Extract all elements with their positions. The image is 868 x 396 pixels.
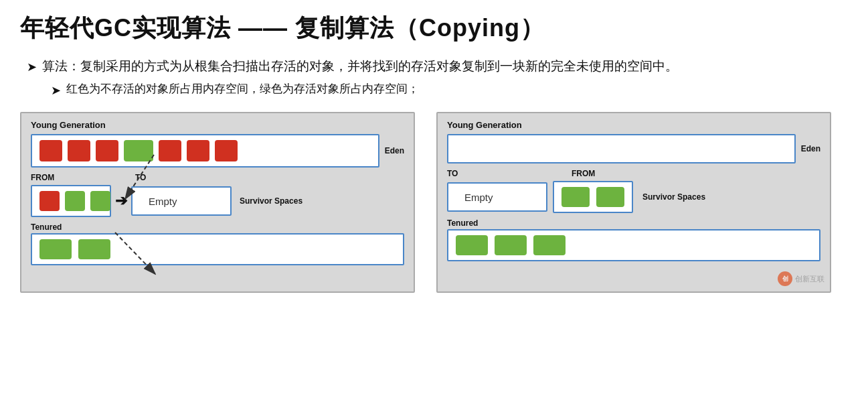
- left-eden-label: Eden: [385, 146, 404, 155]
- left-survivor-label: Survivor Spaces: [240, 196, 302, 206]
- left-from-label: FROM: [31, 173, 111, 182]
- bullet-list: ➤ 算法：复制采用的方式为从根集合扫描出存活的对象，并将找到的存活对象复制到一块…: [27, 57, 848, 100]
- diagram-left: Young Generation Eden FROM TO: [20, 112, 415, 293]
- left-eden-green-1: [124, 140, 153, 161]
- right-from-box: [553, 181, 633, 213]
- left-to-empty: Empty: [138, 192, 188, 211]
- left-eden-red-2: [68, 140, 90, 161]
- right-tenured-green-1: [456, 235, 488, 255]
- bullet-text-1: 算法：复制采用的方式为从根集合扫描出存活的对象，并将找到的存活对象复制到一块新的…: [42, 57, 678, 76]
- diagrams-row: Young Generation Eden FROM TO: [20, 112, 848, 293]
- left-tenured-label: Tenured: [31, 222, 404, 232]
- right-tenured-section: Tenured: [447, 218, 820, 261]
- left-tenured-green-2: [78, 239, 110, 259]
- left-to-box: Empty: [131, 186, 232, 216]
- right-from-green-2: [596, 187, 624, 207]
- watermark-text: 创新互联: [795, 274, 824, 284]
- sub-bullet-1: ➤ 红色为不存活的对象所占用内存空间，绿色为存活对象所占内存空间；: [51, 80, 848, 100]
- right-to-label: TO: [447, 169, 547, 178]
- right-gen-label: Young Generation: [447, 120, 820, 130]
- sub-bullet-text-1: 红色为不存活的对象所占用内存空间，绿色为存活对象所占内存空间；: [66, 80, 419, 98]
- left-eden-red-3: [96, 140, 118, 161]
- watermark: 创 创新互联: [778, 271, 824, 286]
- left-from-to-arrow: ➔: [115, 192, 127, 210]
- right-from-label: FROM: [572, 169, 659, 178]
- left-from-green-1: [65, 191, 85, 211]
- left-tenured-green-1: [39, 239, 72, 259]
- page-title: 年轻代GC实现算法 —— 复制算法（Copying）: [20, 12, 848, 45]
- bullet-item-1: ➤ 算法：复制采用的方式为从根集合扫描出存活的对象，并将找到的存活对象复制到一块…: [27, 57, 848, 76]
- left-eden-red-6: [215, 140, 238, 161]
- watermark-logo: 创: [778, 271, 792, 286]
- left-eden-row: Eden: [31, 134, 404, 168]
- right-to-empty: Empty: [454, 188, 504, 207]
- right-eden-row: Eden: [447, 134, 820, 163]
- right-eden-label: Eden: [801, 144, 820, 153]
- sub-bullet-arrow-1: ➤: [51, 82, 61, 100]
- right-survivor-label: Survivor Spaces: [642, 192, 705, 202]
- left-survivor-row: ➔ Empty Survivor Spaces: [31, 185, 404, 217]
- right-tenured-label: Tenured: [447, 218, 820, 228]
- watermark-logo-text: 创: [782, 275, 788, 283]
- right-survivor-row: Empty Survivor Spaces: [447, 181, 820, 213]
- right-tenured-green-2: [495, 235, 527, 255]
- right-tenured-box: [447, 229, 820, 261]
- left-tenured-section: Tenured: [31, 222, 404, 265]
- right-to-box: Empty: [447, 182, 547, 212]
- left-to-label: TO: [135, 173, 236, 182]
- left-eden-box: [31, 134, 379, 168]
- diagram-right: Young Generation Eden TO FROM Empty: [436, 112, 831, 293]
- bullet-arrow-1: ➤: [27, 58, 37, 76]
- right-from-green-1: [561, 187, 590, 207]
- left-eden-red-1: [39, 140, 62, 161]
- left-eden-red-4: [159, 140, 181, 161]
- right-eden-box: [447, 134, 796, 163]
- left-gen-label: Young Generation: [31, 120, 404, 130]
- left-from-red: [39, 191, 60, 211]
- left-eden-red-5: [187, 140, 209, 161]
- left-from-green-2: [90, 191, 110, 211]
- left-tenured-box: [31, 233, 404, 265]
- right-tenured-green-3: [533, 235, 566, 255]
- left-from-box: [31, 185, 111, 217]
